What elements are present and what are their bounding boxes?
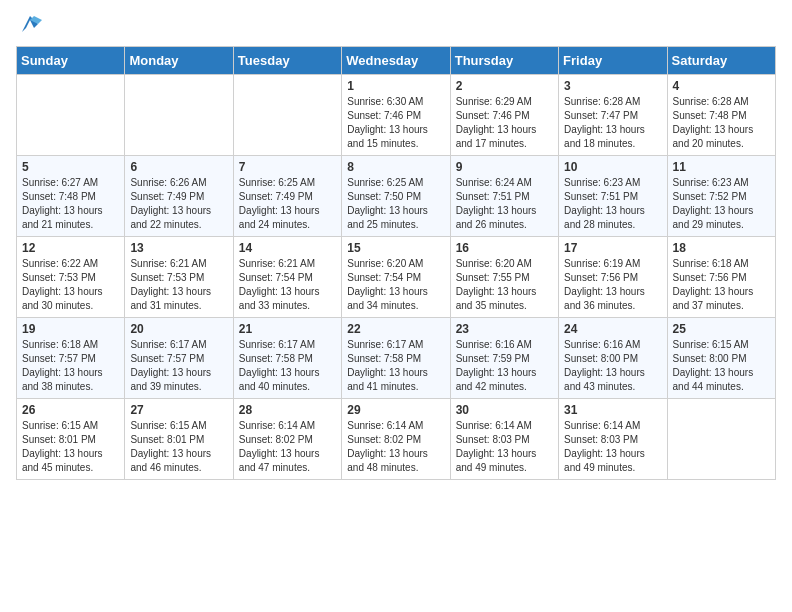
day-info: Sunrise: 6:14 AM Sunset: 8:02 PM Dayligh…: [347, 419, 444, 475]
day-info: Sunrise: 6:16 AM Sunset: 8:00 PM Dayligh…: [564, 338, 661, 394]
calendar-cell: 11Sunrise: 6:23 AM Sunset: 7:52 PM Dayli…: [667, 156, 775, 237]
weekday-header-monday: Monday: [125, 47, 233, 75]
day-number: 16: [456, 241, 553, 255]
day-number: 4: [673, 79, 770, 93]
calendar-cell: 19Sunrise: 6:18 AM Sunset: 7:57 PM Dayli…: [17, 318, 125, 399]
day-info: Sunrise: 6:18 AM Sunset: 7:56 PM Dayligh…: [673, 257, 770, 313]
day-number: 8: [347, 160, 444, 174]
calendar-cell: 25Sunrise: 6:15 AM Sunset: 8:00 PM Dayli…: [667, 318, 775, 399]
day-number: 22: [347, 322, 444, 336]
day-number: 17: [564, 241, 661, 255]
day-number: 15: [347, 241, 444, 255]
day-info: Sunrise: 6:21 AM Sunset: 7:54 PM Dayligh…: [239, 257, 336, 313]
calendar-cell: 4Sunrise: 6:28 AM Sunset: 7:48 PM Daylig…: [667, 75, 775, 156]
day-number: 27: [130, 403, 227, 417]
day-info: Sunrise: 6:22 AM Sunset: 7:53 PM Dayligh…: [22, 257, 119, 313]
calendar-cell: [233, 75, 341, 156]
day-info: Sunrise: 6:15 AM Sunset: 8:01 PM Dayligh…: [22, 419, 119, 475]
calendar-cell: 15Sunrise: 6:20 AM Sunset: 7:54 PM Dayli…: [342, 237, 450, 318]
calendar-cell: 17Sunrise: 6:19 AM Sunset: 7:56 PM Dayli…: [559, 237, 667, 318]
calendar-cell: 1Sunrise: 6:30 AM Sunset: 7:46 PM Daylig…: [342, 75, 450, 156]
logo-text: [16, 16, 42, 36]
day-number: 10: [564, 160, 661, 174]
day-number: 26: [22, 403, 119, 417]
day-info: Sunrise: 6:26 AM Sunset: 7:49 PM Dayligh…: [130, 176, 227, 232]
weekday-header-wednesday: Wednesday: [342, 47, 450, 75]
calendar-cell: 26Sunrise: 6:15 AM Sunset: 8:01 PM Dayli…: [17, 399, 125, 480]
day-number: 9: [456, 160, 553, 174]
calendar-cell: [17, 75, 125, 156]
day-number: 18: [673, 241, 770, 255]
header: [16, 16, 776, 36]
calendar-cell: 13Sunrise: 6:21 AM Sunset: 7:53 PM Dayli…: [125, 237, 233, 318]
day-number: 24: [564, 322, 661, 336]
day-info: Sunrise: 6:28 AM Sunset: 7:48 PM Dayligh…: [673, 95, 770, 151]
day-info: Sunrise: 6:17 AM Sunset: 7:57 PM Dayligh…: [130, 338, 227, 394]
day-info: Sunrise: 6:21 AM Sunset: 7:53 PM Dayligh…: [130, 257, 227, 313]
day-number: 2: [456, 79, 553, 93]
weekday-header-thursday: Thursday: [450, 47, 558, 75]
day-number: 3: [564, 79, 661, 93]
calendar-cell: 6Sunrise: 6:26 AM Sunset: 7:49 PM Daylig…: [125, 156, 233, 237]
logo-icon: [18, 12, 42, 36]
day-info: Sunrise: 6:28 AM Sunset: 7:47 PM Dayligh…: [564, 95, 661, 151]
week-row-4: 26Sunrise: 6:15 AM Sunset: 8:01 PM Dayli…: [17, 399, 776, 480]
calendar-cell: 9Sunrise: 6:24 AM Sunset: 7:51 PM Daylig…: [450, 156, 558, 237]
weekday-header-friday: Friday: [559, 47, 667, 75]
calendar-cell: 12Sunrise: 6:22 AM Sunset: 7:53 PM Dayli…: [17, 237, 125, 318]
calendar-cell: 28Sunrise: 6:14 AM Sunset: 8:02 PM Dayli…: [233, 399, 341, 480]
calendar-cell: 8Sunrise: 6:25 AM Sunset: 7:50 PM Daylig…: [342, 156, 450, 237]
calendar-cell: 3Sunrise: 6:28 AM Sunset: 7:47 PM Daylig…: [559, 75, 667, 156]
calendar-cell: [667, 399, 775, 480]
calendar-cell: 23Sunrise: 6:16 AM Sunset: 7:59 PM Dayli…: [450, 318, 558, 399]
calendar-cell: 27Sunrise: 6:15 AM Sunset: 8:01 PM Dayli…: [125, 399, 233, 480]
day-info: Sunrise: 6:18 AM Sunset: 7:57 PM Dayligh…: [22, 338, 119, 394]
logo: [16, 16, 42, 36]
calendar-cell: 2Sunrise: 6:29 AM Sunset: 7:46 PM Daylig…: [450, 75, 558, 156]
day-number: 1: [347, 79, 444, 93]
day-info: Sunrise: 6:17 AM Sunset: 7:58 PM Dayligh…: [347, 338, 444, 394]
calendar-cell: 5Sunrise: 6:27 AM Sunset: 7:48 PM Daylig…: [17, 156, 125, 237]
day-info: Sunrise: 6:27 AM Sunset: 7:48 PM Dayligh…: [22, 176, 119, 232]
day-number: 14: [239, 241, 336, 255]
day-info: Sunrise: 6:16 AM Sunset: 7:59 PM Dayligh…: [456, 338, 553, 394]
day-info: Sunrise: 6:17 AM Sunset: 7:58 PM Dayligh…: [239, 338, 336, 394]
calendar-cell: 18Sunrise: 6:18 AM Sunset: 7:56 PM Dayli…: [667, 237, 775, 318]
calendar: SundayMondayTuesdayWednesdayThursdayFrid…: [16, 46, 776, 480]
calendar-cell: 16Sunrise: 6:20 AM Sunset: 7:55 PM Dayli…: [450, 237, 558, 318]
weekday-header-saturday: Saturday: [667, 47, 775, 75]
day-info: Sunrise: 6:14 AM Sunset: 8:03 PM Dayligh…: [564, 419, 661, 475]
day-info: Sunrise: 6:24 AM Sunset: 7:51 PM Dayligh…: [456, 176, 553, 232]
weekday-header-sunday: Sunday: [17, 47, 125, 75]
week-row-1: 5Sunrise: 6:27 AM Sunset: 7:48 PM Daylig…: [17, 156, 776, 237]
day-info: Sunrise: 6:14 AM Sunset: 8:03 PM Dayligh…: [456, 419, 553, 475]
weekday-header-tuesday: Tuesday: [233, 47, 341, 75]
day-info: Sunrise: 6:15 AM Sunset: 8:00 PM Dayligh…: [673, 338, 770, 394]
day-number: 11: [673, 160, 770, 174]
day-info: Sunrise: 6:20 AM Sunset: 7:54 PM Dayligh…: [347, 257, 444, 313]
day-info: Sunrise: 6:14 AM Sunset: 8:02 PM Dayligh…: [239, 419, 336, 475]
week-row-0: 1Sunrise: 6:30 AM Sunset: 7:46 PM Daylig…: [17, 75, 776, 156]
day-number: 19: [22, 322, 119, 336]
calendar-cell: 24Sunrise: 6:16 AM Sunset: 8:00 PM Dayli…: [559, 318, 667, 399]
calendar-cell: 7Sunrise: 6:25 AM Sunset: 7:49 PM Daylig…: [233, 156, 341, 237]
day-info: Sunrise: 6:19 AM Sunset: 7:56 PM Dayligh…: [564, 257, 661, 313]
day-number: 31: [564, 403, 661, 417]
day-number: 5: [22, 160, 119, 174]
day-number: 13: [130, 241, 227, 255]
day-number: 30: [456, 403, 553, 417]
day-info: Sunrise: 6:23 AM Sunset: 7:52 PM Dayligh…: [673, 176, 770, 232]
calendar-cell: 22Sunrise: 6:17 AM Sunset: 7:58 PM Dayli…: [342, 318, 450, 399]
day-number: 12: [22, 241, 119, 255]
calendar-cell: 21Sunrise: 6:17 AM Sunset: 7:58 PM Dayli…: [233, 318, 341, 399]
day-number: 23: [456, 322, 553, 336]
day-info: Sunrise: 6:20 AM Sunset: 7:55 PM Dayligh…: [456, 257, 553, 313]
page: SundayMondayTuesdayWednesdayThursdayFrid…: [0, 0, 792, 490]
day-info: Sunrise: 6:25 AM Sunset: 7:49 PM Dayligh…: [239, 176, 336, 232]
week-row-2: 12Sunrise: 6:22 AM Sunset: 7:53 PM Dayli…: [17, 237, 776, 318]
day-info: Sunrise: 6:23 AM Sunset: 7:51 PM Dayligh…: [564, 176, 661, 232]
day-number: 6: [130, 160, 227, 174]
weekday-header-row: SundayMondayTuesdayWednesdayThursdayFrid…: [17, 47, 776, 75]
calendar-cell: [125, 75, 233, 156]
day-info: Sunrise: 6:30 AM Sunset: 7:46 PM Dayligh…: [347, 95, 444, 151]
